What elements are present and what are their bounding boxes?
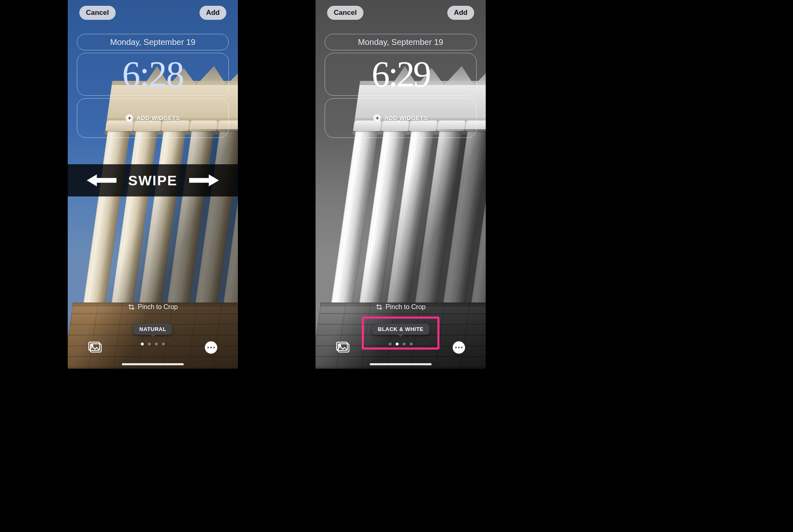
comparison-stage: Cancel Add Monday, September 19 6:28 + A… [0,0,793,532]
svg-point-4 [91,345,93,346]
clock-widget-slot[interactable]: 6:28 [77,53,229,96]
date-widget-slot[interactable]: Monday, September 19 [325,34,477,50]
filter-name-pill: BLACK & WHITE [372,324,430,335]
add-widgets-slot[interactable]: + ADD WIDGETS [77,98,229,138]
date-widget-slot[interactable]: Monday, September 19 [77,34,229,50]
date-label: Monday, September 19 [110,38,195,47]
more-options-button[interactable] [205,341,217,354]
crop-icon [376,304,382,310]
svg-point-7 [339,345,341,346]
pinch-to-crop-hint: Pinch to Crop [316,303,486,311]
home-indicator[interactable] [370,363,432,365]
time-label: 6:29 [372,56,430,92]
swipe-instruction-overlay: SWIPE [68,164,238,196]
cancel-button[interactable]: Cancel [79,6,116,20]
lockscreen-editor-right: Cancel Add Monday, September 19 6:29 + A… [316,0,486,369]
swipe-label: SWIPE [128,173,178,189]
photos-icon[interactable] [88,341,102,353]
arrow-left-icon [87,174,116,187]
add-button[interactable]: Add [199,6,226,20]
svg-marker-0 [87,175,116,187]
home-indicator[interactable] [122,363,184,365]
time-label: 6:28 [122,56,183,92]
add-widgets-slot[interactable]: + ADD WIDGETS [325,98,477,138]
plus-circle-icon: + [126,114,133,122]
add-widgets-label: ADD WIDGETS [384,115,427,121]
add-widgets-label: ADD WIDGETS [136,115,180,121]
pinch-label: Pinch to Crop [138,303,178,311]
clock-widget-slot[interactable]: 6:29 [325,53,477,96]
crop-icon [128,304,135,310]
photos-icon[interactable] [336,341,350,353]
pinch-to-crop-hint: Pinch to Crop [68,303,238,311]
add-button[interactable]: Add [447,6,474,20]
lockscreen-editor-left: Cancel Add Monday, September 19 6:28 + A… [68,0,238,369]
date-label: Monday, September 19 [358,38,443,47]
more-options-button[interactable] [453,341,465,354]
plus-circle-icon: + [373,114,381,122]
arrow-right-icon [189,174,219,187]
svg-marker-1 [189,175,219,187]
pinch-label: Pinch to Crop [386,303,426,311]
cancel-button[interactable]: Cancel [327,6,363,20]
filter-name-pill: NATURAL [133,324,172,335]
